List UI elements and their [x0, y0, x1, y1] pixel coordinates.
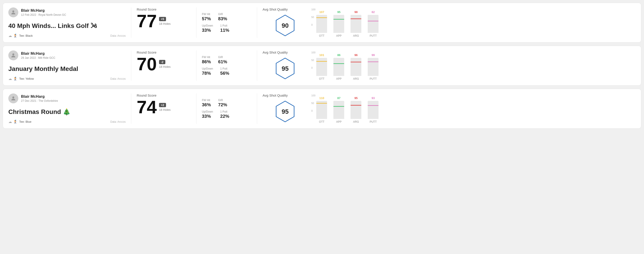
tee-label: Tee: Blue	[19, 120, 31, 124]
stat-fw-hit: FW Hit 57%	[202, 13, 211, 21]
stat-1-putt: 1 Putt 22%	[220, 110, 229, 119]
bar-label-arg: ARG	[353, 77, 359, 80]
bar-value-ott: 107	[320, 10, 324, 14]
bar-group-ott: 101OTT	[316, 53, 327, 80]
hexagon-wrap: 95	[273, 56, 298, 81]
stat-value: 33%	[202, 114, 213, 119]
stat-value: 33%	[202, 28, 213, 33]
left-section: Blair McHarg27 Dec 2021 · The Oxfordshir…	[8, 94, 126, 124]
stat-value: 11%	[220, 28, 229, 33]
round-card-round2: Blair McHarg29 Jan 2022 · Mill Ride GCCJ…	[3, 46, 641, 86]
stats-section: FW Hit 57%GIR 83%Up/Down 33%1 Putt 11%	[202, 7, 252, 38]
stat-gir: GIR 72%	[218, 99, 227, 107]
round-title: 40 Mph Winds... Links Golf 🌬	[8, 22, 126, 30]
user-name: Blair McHarg	[21, 94, 58, 99]
stat-value: 22%	[220, 114, 229, 119]
divider-1	[131, 7, 131, 38]
stats-section: FW Hit 86%GIR 61%Up/Down 78%1 Putt 56%	[202, 50, 252, 81]
avatar	[8, 94, 18, 103]
tee-info: ☁ 🏌 Tee: Blue	[8, 120, 31, 124]
score-number: 74	[137, 98, 157, 116]
svg-text:95: 95	[282, 108, 288, 115]
stat-gir: GIR 61%	[218, 56, 227, 64]
stat-name: Up/Down	[202, 67, 213, 70]
bar-value-putt: 93	[372, 96, 375, 100]
score-number: 77	[137, 12, 157, 30]
score-badge: +518 Holes	[159, 17, 170, 25]
chart-section: 100500107OTT95APP98ARG82PUTT	[308, 7, 636, 38]
bottom-row: ☁ 🏌 Tee: BlueData: Arccos	[8, 120, 126, 124]
left-section: Blair McHarg12 Feb 2022 · Royal North De…	[8, 7, 126, 38]
stat-value: 78%	[202, 71, 213, 76]
score-badge: +218 Holes	[159, 103, 170, 112]
user-name: Blair McHarg	[21, 8, 66, 13]
stat-name: 1 Putt	[220, 67, 229, 70]
svg-point-4	[12, 96, 14, 98]
bar-label-ott: OTT	[319, 34, 324, 37]
avg-shot-quality-label: Avg Shot Quality	[262, 7, 288, 11]
svg-text:95: 95	[282, 65, 288, 72]
bar-label-app: APP	[336, 120, 342, 124]
bar-value-arg: 96	[354, 53, 358, 57]
bar-label-putt: PUTT	[370, 120, 377, 124]
bar-value-ott: 101	[320, 53, 324, 57]
user-meta: 27 Dec 2021 · The Oxfordshire	[21, 99, 58, 103]
score-section: Round Score77+518 Holes	[137, 7, 191, 38]
bar-label-arg: ARG	[353, 120, 359, 124]
avg-shot-quality-label: Avg Shot Quality	[262, 50, 288, 54]
bar-label-app: APP	[336, 77, 342, 80]
holes-label: 18 Holes	[159, 108, 170, 112]
stat-name: 1 Putt	[220, 110, 229, 113]
bar-group-arg: 96ARG	[350, 53, 361, 80]
data-source: Data: Arccos	[110, 34, 126, 37]
bar-value-ott: 110	[320, 96, 324, 100]
tee-label: Tee: Black	[19, 34, 33, 37]
bar-group-putt: 99PUTT	[368, 53, 378, 80]
hexagon-wrap: 90	[273, 13, 298, 38]
stat-updown: Up/Down 33%	[202, 110, 213, 119]
bag-icon: 🏌	[13, 120, 18, 124]
bottom-row: ☁ 🏌 Tee: BlackData: Arccos	[8, 33, 126, 38]
stat-value: 57%	[202, 16, 211, 21]
bag-icon: 🏌	[13, 33, 18, 38]
chart-section: 100500110OTT87APP95ARG93PUTT	[308, 94, 636, 124]
stat-name: FW Hit	[202, 99, 211, 102]
stat-updown: Up/Down 33%	[202, 24, 213, 33]
round-title: January Monthly Medal	[8, 65, 126, 73]
data-source: Data: Arccos	[110, 120, 126, 124]
stat-value: 36%	[202, 102, 211, 107]
user-meta: 12 Feb 2022 · Royal North Devon GC	[21, 13, 66, 16]
stat-value: 86%	[202, 59, 211, 64]
divider-1	[131, 50, 131, 81]
score-number: 70	[137, 55, 157, 73]
score-main: 77+518 Holes	[137, 12, 191, 30]
stat-1-putt: 1 Putt 11%	[220, 24, 229, 33]
bar-value-app: 87	[337, 96, 340, 100]
svg-point-0	[12, 10, 14, 12]
bag-icon: 🏌	[13, 77, 18, 81]
avatar	[8, 50, 18, 60]
bar-label-ott: OTT	[319, 77, 324, 80]
bar-value-app: 86	[337, 53, 340, 57]
data-source: Data: Arccos	[110, 77, 126, 80]
divider-2	[196, 50, 196, 81]
round-card-round3: Blair McHarg27 Dec 2021 · The Oxfordshir…	[3, 89, 641, 128]
stats-section: FW Hit 36%GIR 72%Up/Down 33%1 Putt 22%	[202, 94, 252, 124]
tee-info: ☁ 🏌 Tee: Yellow	[8, 77, 34, 81]
bar-group-putt: 93PUTT	[368, 96, 378, 124]
tee-info: ☁ 🏌 Tee: Black	[8, 33, 33, 38]
round-title: Christmas Round 🎄	[8, 108, 126, 116]
bar-group-ott: 110OTT	[316, 96, 327, 124]
bar-value-putt: 82	[372, 10, 375, 14]
bar-group-putt: 82PUTT	[368, 10, 378, 37]
left-section: Blair McHarg29 Jan 2022 · Mill Ride GCCJ…	[8, 50, 126, 81]
score-badge: -218 Holes	[159, 60, 170, 68]
stat-value: 72%	[218, 102, 227, 107]
round-score-label: Round Score	[137, 50, 191, 54]
bar-group-app: 87APP	[334, 96, 344, 124]
divider-1	[131, 94, 131, 124]
stat-name: GIR	[218, 99, 227, 102]
divider-2	[196, 94, 196, 124]
bar-value-arg: 98	[354, 10, 358, 14]
chart-section: 100500101OTT86APP96ARG99PUTT	[308, 50, 636, 81]
